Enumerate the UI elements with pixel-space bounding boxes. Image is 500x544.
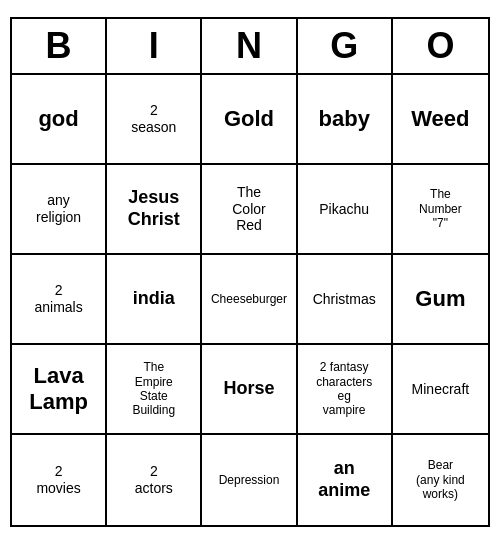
bingo-cell-text-22: Depression	[219, 473, 280, 487]
bingo-cell-7: TheColorRed	[202, 165, 297, 255]
bingo-cell-text-18: 2 fantasycharactersegvampire	[316, 360, 372, 418]
bingo-cell-4: Weed	[393, 75, 488, 165]
bingo-cell-text-1: 2season	[131, 102, 176, 136]
header-letter-b: B	[12, 19, 107, 73]
bingo-header: BINGO	[12, 19, 488, 75]
bingo-cell-22: Depression	[202, 435, 297, 525]
bingo-cell-text-4: Weed	[411, 106, 469, 132]
bingo-cell-text-23: ananime	[318, 458, 370, 501]
bingo-cell-text-14: Gum	[415, 286, 465, 312]
header-letter-n: N	[202, 19, 297, 73]
bingo-cell-text-5: anyreligion	[36, 192, 81, 226]
bingo-cell-16: TheEmpireStateBuilding	[107, 345, 202, 435]
bingo-cell-text-17: Horse	[223, 378, 274, 400]
bingo-cell-15: LavaLamp	[12, 345, 107, 435]
bingo-cell-text-19: Minecraft	[412, 381, 470, 398]
bingo-cell-0: god	[12, 75, 107, 165]
bingo-cell-19: Minecraft	[393, 345, 488, 435]
bingo-cell-21: 2actors	[107, 435, 202, 525]
bingo-cell-24: Bear(any kindworks)	[393, 435, 488, 525]
bingo-cell-3: baby	[298, 75, 393, 165]
bingo-cell-5: anyreligion	[12, 165, 107, 255]
bingo-cell-20: 2movies	[12, 435, 107, 525]
bingo-card: BINGO god2seasonGoldbabyWeedanyreligionJ…	[10, 17, 490, 527]
bingo-grid: god2seasonGoldbabyWeedanyreligionJesusCh…	[12, 75, 488, 525]
bingo-cell-8: Pikachu	[298, 165, 393, 255]
bingo-cell-text-15: LavaLamp	[29, 363, 88, 416]
bingo-cell-text-0: god	[38, 106, 78, 132]
bingo-cell-text-10: 2animals	[34, 282, 82, 316]
bingo-cell-text-11: india	[133, 288, 175, 310]
bingo-cell-text-8: Pikachu	[319, 201, 369, 218]
header-letter-i: I	[107, 19, 202, 73]
bingo-cell-text-2: Gold	[224, 106, 274, 132]
bingo-cell-11: india	[107, 255, 202, 345]
bingo-cell-14: Gum	[393, 255, 488, 345]
bingo-cell-2: Gold	[202, 75, 297, 165]
bingo-cell-text-21: 2actors	[135, 463, 173, 497]
bingo-cell-text-13: Christmas	[313, 291, 376, 308]
bingo-cell-17: Horse	[202, 345, 297, 435]
header-letter-o: O	[393, 19, 488, 73]
bingo-cell-text-3: baby	[319, 106, 370, 132]
bingo-cell-text-16: TheEmpireStateBuilding	[132, 360, 175, 418]
bingo-cell-text-12: Cheeseburger	[211, 292, 287, 306]
bingo-cell-13: Christmas	[298, 255, 393, 345]
bingo-cell-6: JesusChrist	[107, 165, 202, 255]
bingo-cell-text-9: TheNumber"7"	[419, 187, 462, 230]
bingo-cell-10: 2animals	[12, 255, 107, 345]
header-letter-g: G	[298, 19, 393, 73]
bingo-cell-1: 2season	[107, 75, 202, 165]
bingo-cell-text-6: JesusChrist	[128, 187, 180, 230]
bingo-cell-23: ananime	[298, 435, 393, 525]
bingo-cell-12: Cheeseburger	[202, 255, 297, 345]
bingo-cell-text-7: TheColorRed	[232, 184, 265, 234]
bingo-cell-text-20: 2movies	[36, 463, 80, 497]
bingo-cell-9: TheNumber"7"	[393, 165, 488, 255]
bingo-cell-18: 2 fantasycharactersegvampire	[298, 345, 393, 435]
bingo-cell-text-24: Bear(any kindworks)	[416, 458, 465, 501]
